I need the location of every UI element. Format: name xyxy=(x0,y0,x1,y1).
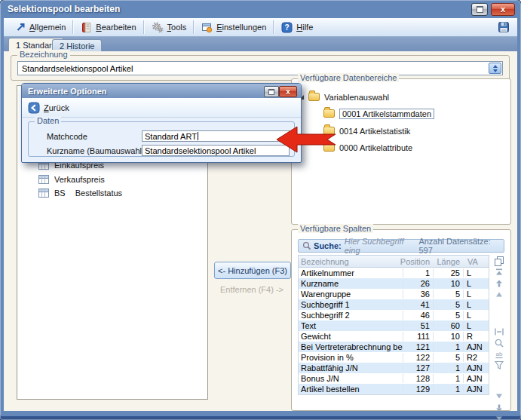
close-button[interactable]: x xyxy=(491,3,515,16)
table-row[interactable]: Provision in %1225R2 xyxy=(299,352,489,363)
dialog-titlebar[interactable]: Erweiterte Optionen x xyxy=(22,84,301,98)
daten-caption: Daten xyxy=(35,116,61,125)
dialog-restore-button[interactable] xyxy=(264,86,279,97)
cell-va: L xyxy=(463,268,489,277)
cell-length: 1 xyxy=(433,342,463,351)
bezeichnung-group: Bezeichnung Standardselektionspool Artik… xyxy=(11,55,510,81)
dialog-close-button[interactable]: x xyxy=(279,86,297,97)
cell-length: 5 xyxy=(433,353,463,362)
add-button[interactable]: <- Hinzufügen (F3) xyxy=(214,262,291,279)
sort-alpha-icon[interactable]: ab xyxy=(493,348,505,360)
table-row[interactable]: Warengruppe365L xyxy=(299,289,489,299)
cell-name: Bonus J/N xyxy=(299,374,403,383)
menu-label: Hilfe xyxy=(296,23,313,32)
cell-name: Suchbegriff 2 xyxy=(299,311,403,320)
cell-length: 1 xyxy=(433,385,463,394)
move-up-icon[interactable] xyxy=(493,277,505,289)
menu-label: Bearbeiten xyxy=(96,23,136,32)
menu-bearbeiten[interactable]: Bearbeiten xyxy=(74,20,143,35)
tab-strip: 1 Standard 2 Historie xyxy=(4,37,517,51)
cell-name: Rabattfähig J/N xyxy=(299,363,403,372)
cell-position: 129 xyxy=(403,385,433,394)
dialog-toolbar: Zurück xyxy=(22,98,301,118)
window-titlebar[interactable]: Selektionspool bearbeiten xyxy=(8,2,468,17)
column-header-laenge: Länge xyxy=(433,256,463,267)
matchcode-value: Standard ART xyxy=(145,132,197,141)
cell-position: 51 xyxy=(403,321,433,330)
table-row[interactable]: Kurzname2610L xyxy=(299,278,489,289)
cell-name: Kurzname xyxy=(299,279,403,288)
save-button[interactable] xyxy=(498,21,510,33)
cell-va: L xyxy=(463,300,489,309)
table-row[interactable]: Artikelnummer125L xyxy=(299,268,489,278)
menu-hilfe[interactable]: ? Hilfe xyxy=(274,20,320,35)
restore-button[interactable] xyxy=(471,3,488,16)
scroll-top-icon[interactable] xyxy=(493,266,505,277)
table-side-toolbar: ab xyxy=(491,255,507,420)
cell-position: 41 xyxy=(403,300,433,309)
page-down-icon[interactable] xyxy=(493,391,505,402)
table-row[interactable]: Suchbegriff 2465L xyxy=(299,310,489,320)
back-button[interactable]: Zurück xyxy=(28,102,69,114)
cell-va: L xyxy=(463,279,489,288)
tree-node-root[interactable]: Variablenauswahl xyxy=(299,91,389,103)
menu-einstellungen[interactable]: Einstellungen xyxy=(195,20,273,35)
arrow-ne-icon xyxy=(15,22,26,32)
tree-node[interactable]: 0001 Artikelstammdaten xyxy=(323,108,434,119)
text-caret xyxy=(198,132,198,140)
back-arrow-icon xyxy=(28,102,40,114)
cell-va: L xyxy=(463,290,489,299)
matchcode-field[interactable]: Standard ART xyxy=(142,130,290,142)
cell-name: Bei Vertreterabrechnung berücksichtige xyxy=(299,342,403,351)
cell-name: Text xyxy=(299,321,403,330)
cell-position: 122 xyxy=(403,353,433,362)
daten-group: Daten Matchcode Standard ART Kurzname (B… xyxy=(28,121,295,157)
columns-table: Artikelnummer125L Kurzname2610L Warengru… xyxy=(298,268,489,395)
record-count: Anzahl Datensätze: 597 xyxy=(418,237,500,255)
kurzname-field[interactable]: Standardselektionspool Artikel xyxy=(142,145,290,156)
svg-text:ab: ab xyxy=(496,351,503,357)
table-row[interactable]: Rabattfähig J/N1271AJN xyxy=(299,363,489,373)
list-item-prefix: BS xyxy=(54,189,66,198)
search-input[interactable]: Suche: Hier Suchbegriff eing Anzahl Date… xyxy=(298,239,504,253)
back-label: Zurück xyxy=(44,103,69,112)
cell-position: 111 xyxy=(403,332,433,341)
main-toolbar: Allgemein Bearbeiten Tools Einstellungen… xyxy=(4,18,517,37)
menu-allgemein[interactable]: Allgemein xyxy=(8,20,72,35)
bezeichnung-caption: Bezeichnung xyxy=(17,50,70,59)
column-width-icon[interactable] xyxy=(493,326,505,337)
move-down-icon[interactable] xyxy=(493,402,505,413)
folder-icon xyxy=(323,109,335,118)
cell-position: 26 xyxy=(403,279,433,288)
remove-button-disabled[interactable]: Entfernen (F4) -> xyxy=(214,284,290,296)
table-row[interactable]: Gewicht11110R xyxy=(299,331,489,342)
cell-position: 36 xyxy=(403,290,433,299)
search-columns-icon[interactable] xyxy=(493,337,505,348)
window: Selektionspool bearbeiten x Allgemein Be… xyxy=(0,0,521,420)
annotation-arrow xyxy=(276,125,336,154)
table-row[interactable]: Bei Vertreterabrechnung berücksichtige12… xyxy=(299,342,489,352)
scroll-bottom-icon[interactable] xyxy=(493,413,505,420)
save-floppy-icon xyxy=(498,21,510,33)
list-item[interactable]: Verkaufspreis xyxy=(38,173,105,185)
page-up-icon[interactable] xyxy=(493,289,505,300)
menu-label: Einstellungen xyxy=(216,23,266,32)
cell-length: 25 xyxy=(433,268,463,277)
copy-icon[interactable] xyxy=(493,255,505,266)
close-icon: x xyxy=(501,5,505,14)
table-row[interactable]: Suchbegriff 1415L xyxy=(299,299,489,310)
table-row[interactable]: Text5160L xyxy=(299,320,489,331)
filter-icon[interactable] xyxy=(493,360,505,371)
cell-va: R2 xyxy=(463,353,489,362)
cell-length: 5 xyxy=(433,311,463,320)
tree-node[interactable]: 0014 Artikelstatistik xyxy=(323,125,410,136)
combobox-spinner[interactable] xyxy=(489,63,501,74)
list-item[interactable]: BS Bestellstatus xyxy=(38,187,122,198)
bezeichnung-combobox[interactable]: Standardselektionspool Artikel xyxy=(17,61,503,75)
menu-tools[interactable]: Tools xyxy=(145,20,194,35)
table-row[interactable]: Bonus J/N1281AJN xyxy=(299,373,489,384)
tree-node[interactable]: 0000 Artikelattribute xyxy=(323,142,412,153)
cell-position: 46 xyxy=(403,311,433,320)
table-row[interactable]: Artikel bestellen1291AJN xyxy=(299,384,489,394)
cell-position: 1 xyxy=(403,268,433,277)
